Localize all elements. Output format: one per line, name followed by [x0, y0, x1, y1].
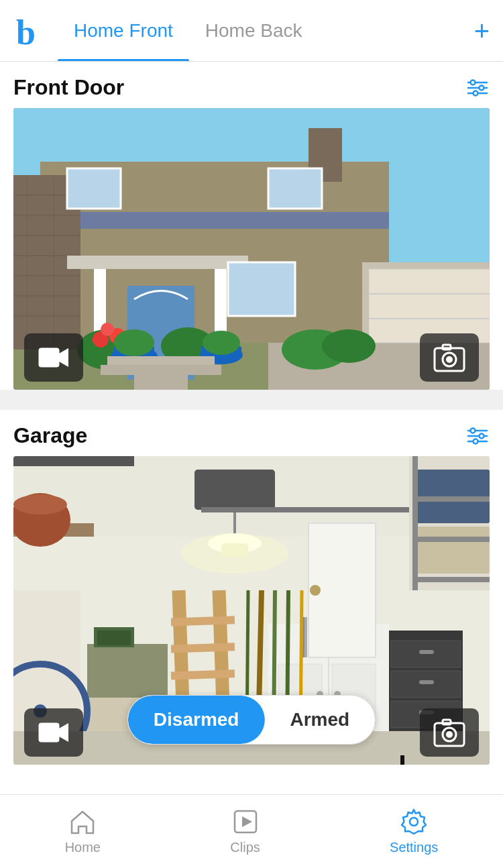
garage-camera-feed[interactable]: Disarmed Armed [13, 456, 490, 765]
garage-header: Garage [13, 423, 490, 448]
nav-label-home: Home [65, 840, 101, 855]
armed-toggle[interactable]: Disarmed Armed [127, 695, 376, 745]
svg-rect-78 [412, 456, 418, 590]
svg-rect-30 [268, 168, 322, 209]
svg-rect-68 [13, 456, 134, 466]
svg-marker-136 [242, 816, 252, 827]
front-door-header: Front Door [13, 75, 490, 100]
section-divider [0, 390, 503, 410]
garage-video-button[interactable] [24, 708, 83, 757]
svg-point-137 [410, 818, 418, 826]
svg-rect-127 [39, 723, 59, 742]
front-door-filter[interactable] [465, 76, 490, 100]
add-button[interactable]: + [474, 17, 490, 44]
svg-rect-92 [97, 631, 131, 645]
svg-rect-107 [419, 680, 434, 684]
nav-label-clips: Clips [230, 840, 260, 855]
svg-rect-27 [67, 256, 248, 269]
svg-point-63 [473, 439, 478, 443]
header: b Home Front Home Back + [0, 0, 503, 62]
arrow-down-indicator [382, 755, 423, 765]
svg-point-131 [446, 731, 453, 738]
security-toggle-container: Disarmed Armed [127, 695, 376, 745]
armed-button[interactable]: Armed [264, 696, 375, 744]
svg-rect-52 [39, 348, 59, 367]
tab-home-front[interactable]: Home Front [58, 0, 189, 61]
front-door-title: Front Door [13, 75, 124, 100]
garage-section: Garage [0, 410, 503, 765]
svg-rect-106 [419, 650, 434, 654]
svg-marker-53 [59, 348, 68, 367]
disarmed-button[interactable]: Disarmed [128, 696, 265, 744]
svg-rect-77 [416, 527, 490, 574]
svg-point-5 [480, 85, 484, 90]
svg-point-100 [310, 585, 321, 596]
tab-home-back[interactable]: Home Back [189, 0, 319, 61]
nav-item-home[interactable]: Home [65, 808, 101, 855]
svg-rect-81 [412, 577, 490, 582]
nav-item-settings[interactable]: Settings [390, 808, 438, 855]
page-content: Front Door [0, 62, 503, 845]
svg-rect-31 [228, 262, 295, 316]
nav-label-settings: Settings [390, 840, 438, 855]
svg-text:b: b [16, 13, 36, 50]
front-door-camera-actions [13, 325, 490, 390]
front-door-section: Front Door [0, 62, 503, 390]
bottom-nav: Home Clips Settings [0, 794, 503, 868]
svg-rect-29 [67, 168, 121, 209]
nav-item-clips[interactable]: Clips [230, 808, 260, 855]
svg-marker-128 [59, 723, 68, 742]
app-logo: b [13, 12, 51, 50]
svg-rect-69 [194, 470, 275, 510]
svg-point-56 [446, 356, 453, 363]
svg-point-4 [471, 80, 476, 85]
front-door-camera-feed[interactable] [13, 108, 490, 390]
tab-bar: Home Front Home Back [58, 0, 474, 61]
garage-photo-button[interactable] [420, 708, 479, 757]
svg-point-74 [13, 494, 67, 514]
svg-rect-89 [87, 644, 168, 698]
garage-title: Garage [13, 423, 87, 448]
svg-rect-79 [412, 496, 490, 502]
svg-rect-80 [412, 537, 490, 542]
svg-point-6 [473, 91, 478, 95]
svg-rect-123 [304, 617, 307, 657]
svg-point-62 [480, 433, 484, 438]
front-door-photo-button[interactable] [420, 333, 479, 382]
svg-point-121 [181, 533, 288, 574]
svg-point-61 [471, 428, 476, 433]
front-door-video-button[interactable] [24, 333, 83, 382]
garage-filter[interactable] [465, 424, 490, 448]
